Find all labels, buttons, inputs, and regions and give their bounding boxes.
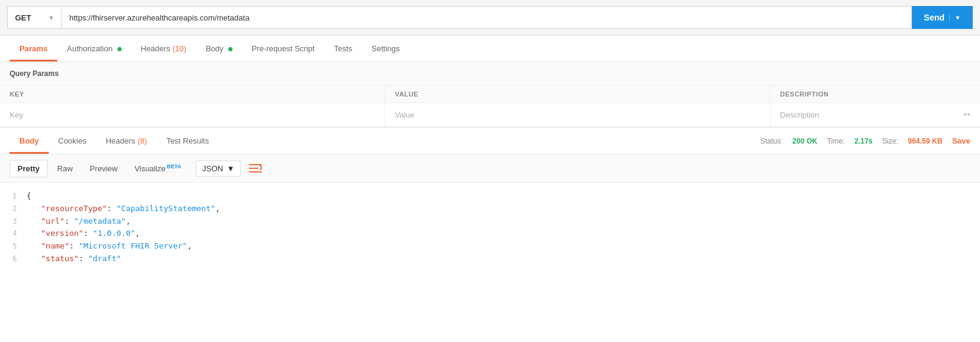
json-line-1: 1 {	[0, 190, 980, 203]
tab-authorization[interactable]: Authorization	[57, 36, 131, 62]
json-line-3: 3 "url": "/metadata",	[0, 215, 980, 228]
param-action-cell: ••	[954, 103, 980, 127]
body-tab-raw[interactable]: Raw	[50, 160, 80, 177]
param-value-cell[interactable]: Value	[385, 103, 770, 127]
body-tab-preview[interactable]: Preview	[83, 160, 125, 177]
json-line-5: 5 "name": "Microsoft FHIR Server",	[0, 240, 980, 253]
line-number: 5	[5, 241, 27, 252]
send-chevron-icon: ▼	[949, 14, 961, 21]
url-bar: GET ▼ Send ▼	[0, 0, 980, 36]
send-button[interactable]: Send ▼	[912, 6, 973, 29]
svg-rect-0	[249, 164, 262, 165]
wrap-button[interactable]	[246, 159, 265, 177]
line-number: 6	[5, 253, 27, 265]
resp-tab-headers[interactable]: Headers (8)	[96, 128, 157, 154]
resp-tab-body[interactable]: Body	[10, 128, 49, 154]
method-label: GET	[15, 13, 31, 22]
time-value: 2.17s	[855, 137, 873, 145]
format-chevron-icon: ▼	[226, 164, 234, 173]
size-value: 964.59 KB	[908, 137, 942, 145]
line-number: 1	[5, 191, 27, 202]
tab-tests[interactable]: Tests	[324, 36, 361, 62]
method-chevron-icon: ▼	[48, 14, 54, 21]
query-params-title: Query Params	[0, 62, 980, 86]
table-row: Key Value Description ••	[0, 103, 980, 127]
col-header-description: DESCRIPTION	[770, 86, 954, 103]
beta-badge: BETA	[167, 163, 181, 169]
tab-headers[interactable]: Headers (10)	[131, 36, 196, 62]
json-viewer: 1 { 2 "resourceType": "CapabilityStateme…	[0, 183, 980, 273]
param-description-cell[interactable]: Description	[770, 103, 954, 127]
request-tabs: Params Authorization Headers (10) Body P…	[0, 36, 980, 62]
tab-params[interactable]: Params	[10, 36, 57, 62]
param-key-cell[interactable]: Key	[0, 103, 385, 127]
send-label: Send	[924, 13, 944, 22]
tab-body[interactable]: Body	[196, 36, 242, 62]
time-label: Time:	[827, 137, 845, 145]
col-header-value: VALUE	[385, 86, 770, 103]
line-number: 4	[5, 228, 27, 239]
body-tab-pretty[interactable]: Pretty	[10, 160, 48, 177]
body-toolbar: Pretty Raw Preview VisualizeBETA JSON ▼	[0, 154, 980, 183]
json-line-2: 2 "resourceType": "CapabilityStatement",	[0, 203, 980, 215]
query-params-section: Query Params KEY VALUE DESCRIPTION Key V…	[0, 62, 980, 127]
headers-badge: (10)	[172, 44, 186, 53]
resp-tab-testresults[interactable]: Test Results	[157, 128, 219, 154]
method-select[interactable]: GET ▼	[7, 6, 61, 29]
col-header-key: KEY	[0, 86, 385, 103]
params-header-row: KEY VALUE DESCRIPTION	[0, 86, 980, 103]
size-label: Size:	[882, 137, 899, 145]
save-button[interactable]: Save	[952, 136, 970, 145]
resp-tab-cookies[interactable]: Cookies	[49, 128, 96, 154]
response-tabs: Body Cookies Headers (8) Test Results	[10, 128, 219, 154]
format-select[interactable]: JSON ▼	[196, 160, 242, 177]
params-table: KEY VALUE DESCRIPTION Key Value Descript…	[0, 86, 980, 127]
status-value: 200 OK	[793, 137, 817, 145]
response-header: Body Cookies Headers (8) Test Results St…	[0, 128, 980, 154]
col-header-action	[954, 86, 980, 103]
line-number: 2	[5, 203, 27, 215]
tab-prerequest[interactable]: Pre-request Script	[242, 36, 325, 62]
url-input[interactable]	[61, 6, 912, 29]
line-number: 3	[5, 216, 27, 227]
resp-headers-badge: (8)	[137, 136, 147, 145]
more-options-icon[interactable]: ••	[964, 109, 970, 119]
svg-rect-2	[249, 171, 262, 173]
json-line-6: 6 "status": "draft"	[0, 253, 980, 265]
format-label: JSON	[202, 164, 223, 173]
body-tab-visualize[interactable]: VisualizeBETA	[127, 160, 189, 177]
json-line-4: 4 "version": "1.0.0.0",	[0, 227, 980, 240]
status-label: Status:	[760, 137, 782, 145]
body-dot	[228, 47, 233, 51]
authorization-dot	[117, 47, 122, 51]
response-section: Body Cookies Headers (8) Test Results St…	[0, 127, 980, 273]
tab-settings[interactable]: Settings	[362, 36, 410, 62]
svg-rect-1	[249, 168, 258, 169]
response-meta: Status: 200 OK Time: 2.17s Size: 964.59 …	[760, 136, 970, 145]
